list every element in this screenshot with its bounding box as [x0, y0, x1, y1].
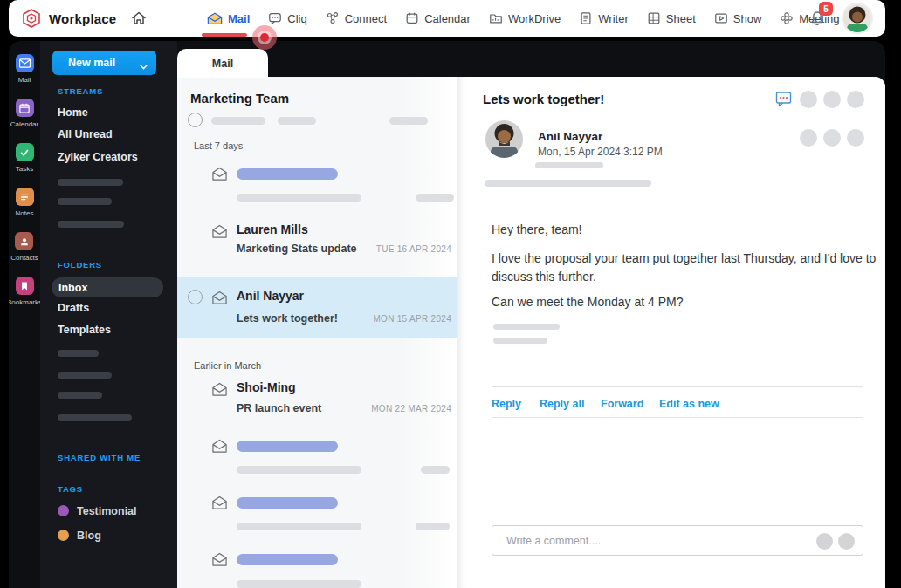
message-sender: Lauren Mills: [237, 222, 308, 236]
edit-as-new-button[interactable]: Edit as new: [659, 398, 719, 410]
chevron-down-icon: [140, 60, 148, 72]
header-action-placeholder[interactable]: [847, 91, 864, 108]
topnav-sheet[interactable]: Sheet: [647, 0, 696, 37]
rail-item-bookmarks[interactable]: Bookmarks: [9, 277, 42, 306]
mail-tab[interactable]: Mail: [177, 49, 268, 78]
message-action-placeholder[interactable]: [800, 129, 817, 147]
header-action-placeholder[interactable]: [800, 91, 817, 108]
shared-section-label: SHARED WITH ME: [58, 453, 141, 462]
inbox-label: Inbox: [58, 282, 87, 294]
click-cursor-indicator: [252, 25, 277, 50]
tasks-app-icon: [16, 143, 34, 161]
topnav-calendar[interactable]: Calendar: [405, 0, 471, 37]
header-action-placeholder[interactable]: [823, 91, 841, 108]
brand[interactable]: Workplace: [9, 8, 116, 29]
skeleton-bar: [58, 179, 123, 186]
workplace-window: Workplace Mail Cliq: [0, 0, 901, 588]
top-bar: Workplace Mail Cliq: [9, 0, 885, 37]
sidebar-item-inbox-selected[interactable]: Inbox: [52, 277, 163, 297]
home-button[interactable]: [130, 10, 148, 27]
skeleton-bar: [211, 117, 265, 125]
notifications-button[interactable]: 5: [808, 10, 826, 27]
list-section-older: Earlier in March: [194, 360, 261, 371]
divider: [492, 386, 863, 387]
rail-item-contacts[interactable]: Contacts: [10, 232, 38, 262]
flower-icon: [780, 11, 794, 25]
skeleton-bar: [58, 221, 124, 228]
topnav-connect-label: Connect: [345, 12, 387, 25]
message-sender: Anil Nayyar: [237, 289, 304, 303]
topnav-writer[interactable]: Writer: [579, 0, 628, 37]
reply-button[interactable]: Reply: [492, 398, 521, 410]
active-tab-underline: [202, 33, 247, 37]
forward-button[interactable]: Forward: [601, 398, 643, 410]
topnav-show[interactable]: Show: [714, 0, 762, 37]
skeleton-bar: [485, 180, 651, 187]
select-all-checkbox[interactable]: [188, 113, 203, 127]
skeleton-bar: [58, 198, 112, 205]
topnav-cliq-label: Cliq: [287, 12, 306, 25]
tag-color-dot-blog: [58, 530, 69, 541]
rail-label: Mail: [18, 76, 31, 84]
comments-icon[interactable]: [775, 91, 792, 107]
grid-icon: [647, 11, 661, 25]
message-action-placeholder[interactable]: [823, 129, 841, 147]
mail-tab-label: Mail: [212, 58, 233, 70]
skeleton-subject-bar: [237, 523, 361, 530]
sidebar-item-home[interactable]: Home: [58, 106, 88, 119]
rail-item-mail[interactable]: Mail: [16, 54, 34, 84]
rail-label: Tasks: [16, 165, 33, 173]
rail-item-calendar[interactable]: Calendar: [10, 99, 38, 128]
skeleton-sender-bar: [237, 168, 338, 180]
topnav-mail[interactable]: Mail: [207, 0, 250, 37]
topbar-right: 5: [808, 0, 871, 37]
sender-avatar-image: [485, 120, 523, 158]
zoho-logo-icon: [21, 8, 42, 29]
rail-item-tasks[interactable]: Tasks: [16, 143, 34, 173]
home-icon: [130, 10, 148, 27]
skeleton-subject-bar: [237, 580, 361, 588]
sidebar-item-templates[interactable]: Templates: [58, 324, 111, 336]
mailbox-title: Marketing Team: [190, 91, 289, 106]
sidebar-item-drafts[interactable]: Drafts: [58, 302, 89, 314]
open-envelope-icon: [211, 382, 228, 397]
rail-label: Calendar: [10, 120, 38, 128]
comment-input[interactable]: [506, 526, 794, 555]
comment-action-placeholder[interactable]: [816, 533, 833, 550]
contacts-app-icon: [15, 232, 33, 250]
comment-action-placeholder[interactable]: [838, 533, 855, 550]
new-mail-label: New mail: [68, 57, 115, 69]
content-card: Marketing Team Last 7 days: [177, 77, 885, 588]
topnav-sheet-label: Sheet: [666, 12, 696, 25]
rail-label: Notes: [16, 209, 34, 217]
app-shell: Mail Calendar Tasks Notes: [9, 41, 885, 588]
comment-input-box: [492, 525, 863, 556]
sidebar-item-all-unread[interactable]: All Unread: [58, 128, 113, 140]
sidebar-item-zylker-creators[interactable]: Zylker Creators: [58, 151, 138, 163]
body-paragraph: discuss this further.: [492, 270, 596, 284]
topnav-connect[interactable]: Connect: [326, 0, 387, 37]
topnav-writer-label: Writer: [598, 12, 628, 25]
skeleton-bar: [278, 117, 316, 125]
message-datetime: Mon, 15 Apr 2024 3:12 PM: [538, 146, 663, 158]
sidebar-item-tag-blog[interactable]: Blog: [77, 530, 101, 542]
user-avatar[interactable]: [843, 4, 871, 32]
rail-label: Contacts: [10, 254, 38, 262]
skeleton-subject-bar: [237, 194, 361, 202]
folder-icon: [489, 11, 503, 25]
new-mail-button[interactable]: New mail: [52, 51, 156, 75]
message-date: MON 22 MAR 2024: [371, 404, 451, 414]
mail-app-icon: [16, 54, 34, 72]
reply-all-button[interactable]: Reply all: [540, 398, 584, 410]
rail-item-notes[interactable]: Notes: [16, 188, 34, 217]
skeleton-sender-bar: [237, 497, 338, 509]
open-envelope-icon: [211, 224, 228, 239]
message-date: MON 15 APR 2024: [373, 314, 451, 324]
rail-label: Bookmarks: [9, 298, 42, 306]
message-row-anil-selected[interactable]: Anil Nayyar Lets work together! MON 15 A…: [177, 277, 457, 338]
message-checkbox[interactable]: [188, 290, 203, 304]
topnav-workdrive[interactable]: WorkDrive: [489, 0, 561, 37]
message-action-placeholder[interactable]: [847, 129, 864, 147]
sidebar-item-tag-testimonial[interactable]: Testimonial: [77, 505, 137, 517]
divider: [492, 417, 863, 418]
